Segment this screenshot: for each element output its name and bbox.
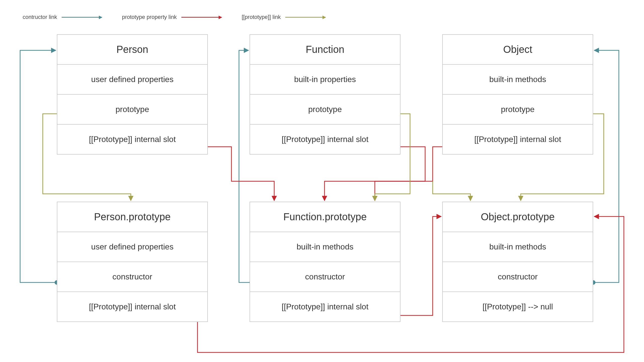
object-internal-slot: [[Prototype]] internal slot — [443, 125, 593, 154]
function-proto-constructor: constructor — [250, 262, 400, 292]
legend-constructor-arrow — [62, 17, 102, 18]
function-prototype: prototype — [250, 95, 400, 125]
box-function-prototype: Function.prototype built-in methods cons… — [250, 202, 400, 322]
function-proto-internal-slot: [[Prototype]] internal slot — [250, 292, 400, 321]
legend-prototype: prototype property link — [122, 14, 222, 20]
box-object-prototype: Object.prototype built-in methods constr… — [442, 202, 593, 322]
person-internal-slot: [[Prototype]] internal slot — [57, 125, 207, 154]
person-proto-internal-slot: [[Prototype]] internal slot — [57, 292, 207, 321]
legend-constructor-label: contructor link — [23, 14, 57, 20]
object-proto-builtin-methods: built-in methods — [443, 232, 593, 262]
person-prototype: prototype — [57, 95, 207, 125]
object-title: Object — [443, 35, 593, 65]
box-object: Object built-in methods prototype [[Prot… — [442, 34, 593, 155]
box-person-prototype: Person.prototype user defined properties… — [57, 202, 208, 322]
legend: contructor link prototype property link … — [23, 14, 326, 20]
function-title: Function — [250, 35, 400, 65]
object-builtin-methods: built-in methods — [443, 65, 593, 95]
person-proto-title: Person.prototype — [57, 202, 207, 232]
legend-internal-label: [[prototype]] link — [242, 14, 281, 20]
legend-internal: [[prototype]] link — [242, 14, 326, 20]
function-proto-builtin-methods: built-in methods — [250, 232, 400, 262]
person-title: Person — [57, 35, 207, 65]
diagram-canvas: contructor link prototype property link … — [0, 0, 644, 362]
object-proto-title: Object.prototype — [443, 202, 593, 232]
object-proto-constructor: constructor — [443, 262, 593, 292]
legend-internal-arrow — [285, 17, 326, 18]
function-builtin-props: built-in properties — [250, 65, 400, 95]
function-internal-slot: [[Prototype]] internal slot — [250, 125, 400, 154]
object-prototype: prototype — [443, 95, 593, 125]
legend-constructor: contructor link — [23, 14, 102, 20]
person-user-defined: user defined properties — [57, 65, 207, 95]
function-proto-title: Function.prototype — [250, 202, 400, 232]
person-proto-user-defined: user defined properties — [57, 232, 207, 262]
object-proto-null: [[Prototype]] --> null — [443, 292, 593, 321]
box-person: Person user defined properties prototype… — [57, 34, 208, 155]
box-function: Function built-in properties prototype [… — [250, 34, 400, 155]
legend-prototype-arrow — [181, 17, 222, 18]
person-proto-constructor: constructor — [57, 262, 207, 292]
legend-prototype-label: prototype property link — [122, 14, 177, 20]
